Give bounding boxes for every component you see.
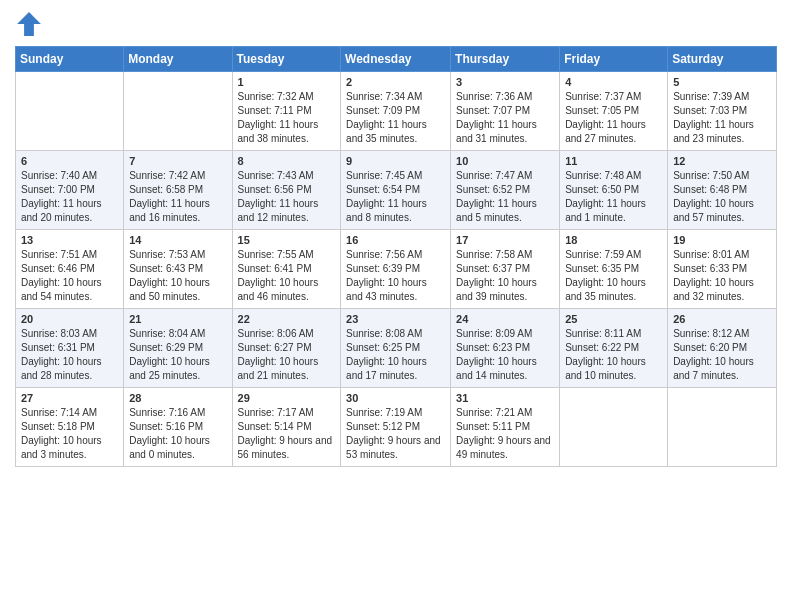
calendar-day-cell bbox=[16, 72, 124, 151]
day-number: 27 bbox=[21, 392, 118, 404]
weekday-header: Friday bbox=[560, 47, 668, 72]
day-number: 2 bbox=[346, 76, 445, 88]
weekday-header: Tuesday bbox=[232, 47, 341, 72]
calendar-day-cell: 12Sunrise: 7:50 AM Sunset: 6:48 PM Dayli… bbox=[668, 151, 777, 230]
day-info: Sunrise: 7:16 AM Sunset: 5:16 PM Dayligh… bbox=[129, 406, 226, 462]
day-info: Sunrise: 7:40 AM Sunset: 7:00 PM Dayligh… bbox=[21, 169, 118, 225]
calendar-day-cell: 4Sunrise: 7:37 AM Sunset: 7:05 PM Daylig… bbox=[560, 72, 668, 151]
calendar-day-cell: 22Sunrise: 8:06 AM Sunset: 6:27 PM Dayli… bbox=[232, 309, 341, 388]
day-number: 17 bbox=[456, 234, 554, 246]
day-info: Sunrise: 7:17 AM Sunset: 5:14 PM Dayligh… bbox=[238, 406, 336, 462]
calendar-week-row: 27Sunrise: 7:14 AM Sunset: 5:18 PM Dayli… bbox=[16, 388, 777, 467]
calendar-day-cell: 2Sunrise: 7:34 AM Sunset: 7:09 PM Daylig… bbox=[341, 72, 451, 151]
day-info: Sunrise: 7:37 AM Sunset: 7:05 PM Dayligh… bbox=[565, 90, 662, 146]
calendar-day-cell: 15Sunrise: 7:55 AM Sunset: 6:41 PM Dayli… bbox=[232, 230, 341, 309]
day-info: Sunrise: 7:36 AM Sunset: 7:07 PM Dayligh… bbox=[456, 90, 554, 146]
calendar-day-cell: 27Sunrise: 7:14 AM Sunset: 5:18 PM Dayli… bbox=[16, 388, 124, 467]
page-header bbox=[15, 10, 777, 38]
day-number: 24 bbox=[456, 313, 554, 325]
day-info: Sunrise: 8:12 AM Sunset: 6:20 PM Dayligh… bbox=[673, 327, 771, 383]
day-number: 29 bbox=[238, 392, 336, 404]
day-number: 22 bbox=[238, 313, 336, 325]
calendar-day-cell: 18Sunrise: 7:59 AM Sunset: 6:35 PM Dayli… bbox=[560, 230, 668, 309]
day-number: 10 bbox=[456, 155, 554, 167]
calendar-day-cell: 14Sunrise: 7:53 AM Sunset: 6:43 PM Dayli… bbox=[124, 230, 232, 309]
calendar-day-cell: 5Sunrise: 7:39 AM Sunset: 7:03 PM Daylig… bbox=[668, 72, 777, 151]
day-number: 11 bbox=[565, 155, 662, 167]
day-info: Sunrise: 7:56 AM Sunset: 6:39 PM Dayligh… bbox=[346, 248, 445, 304]
day-number: 7 bbox=[129, 155, 226, 167]
day-number: 15 bbox=[238, 234, 336, 246]
day-info: Sunrise: 7:19 AM Sunset: 5:12 PM Dayligh… bbox=[346, 406, 445, 462]
calendar-day-cell: 10Sunrise: 7:47 AM Sunset: 6:52 PM Dayli… bbox=[451, 151, 560, 230]
calendar-day-cell bbox=[560, 388, 668, 467]
day-number: 9 bbox=[346, 155, 445, 167]
day-info: Sunrise: 7:59 AM Sunset: 6:35 PM Dayligh… bbox=[565, 248, 662, 304]
day-info: Sunrise: 7:21 AM Sunset: 5:11 PM Dayligh… bbox=[456, 406, 554, 462]
day-number: 25 bbox=[565, 313, 662, 325]
day-info: Sunrise: 7:47 AM Sunset: 6:52 PM Dayligh… bbox=[456, 169, 554, 225]
weekday-header: Monday bbox=[124, 47, 232, 72]
calendar-day-cell: 17Sunrise: 7:58 AM Sunset: 6:37 PM Dayli… bbox=[451, 230, 560, 309]
calendar-day-cell: 26Sunrise: 8:12 AM Sunset: 6:20 PM Dayli… bbox=[668, 309, 777, 388]
day-number: 3 bbox=[456, 76, 554, 88]
day-number: 5 bbox=[673, 76, 771, 88]
weekday-header: Sunday bbox=[16, 47, 124, 72]
calendar-day-cell: 8Sunrise: 7:43 AM Sunset: 6:56 PM Daylig… bbox=[232, 151, 341, 230]
day-info: Sunrise: 7:45 AM Sunset: 6:54 PM Dayligh… bbox=[346, 169, 445, 225]
day-info: Sunrise: 8:09 AM Sunset: 6:23 PM Dayligh… bbox=[456, 327, 554, 383]
calendar-day-cell: 13Sunrise: 7:51 AM Sunset: 6:46 PM Dayli… bbox=[16, 230, 124, 309]
day-number: 16 bbox=[346, 234, 445, 246]
day-number: 8 bbox=[238, 155, 336, 167]
logo bbox=[15, 10, 47, 38]
calendar-day-cell: 24Sunrise: 8:09 AM Sunset: 6:23 PM Dayli… bbox=[451, 309, 560, 388]
weekday-header-row: SundayMondayTuesdayWednesdayThursdayFrid… bbox=[16, 47, 777, 72]
day-number: 19 bbox=[673, 234, 771, 246]
day-info: Sunrise: 7:34 AM Sunset: 7:09 PM Dayligh… bbox=[346, 90, 445, 146]
day-info: Sunrise: 7:14 AM Sunset: 5:18 PM Dayligh… bbox=[21, 406, 118, 462]
day-number: 14 bbox=[129, 234, 226, 246]
day-number: 30 bbox=[346, 392, 445, 404]
day-info: Sunrise: 7:48 AM Sunset: 6:50 PM Dayligh… bbox=[565, 169, 662, 225]
calendar-day-cell: 6Sunrise: 7:40 AM Sunset: 7:00 PM Daylig… bbox=[16, 151, 124, 230]
day-number: 1 bbox=[238, 76, 336, 88]
calendar-day-cell: 30Sunrise: 7:19 AM Sunset: 5:12 PM Dayli… bbox=[341, 388, 451, 467]
day-info: Sunrise: 7:53 AM Sunset: 6:43 PM Dayligh… bbox=[129, 248, 226, 304]
day-number: 18 bbox=[565, 234, 662, 246]
weekday-header: Saturday bbox=[668, 47, 777, 72]
day-info: Sunrise: 8:06 AM Sunset: 6:27 PM Dayligh… bbox=[238, 327, 336, 383]
day-info: Sunrise: 8:01 AM Sunset: 6:33 PM Dayligh… bbox=[673, 248, 771, 304]
calendar-day-cell: 25Sunrise: 8:11 AM Sunset: 6:22 PM Dayli… bbox=[560, 309, 668, 388]
day-number: 21 bbox=[129, 313, 226, 325]
calendar-day-cell: 16Sunrise: 7:56 AM Sunset: 6:39 PM Dayli… bbox=[341, 230, 451, 309]
day-info: Sunrise: 8:03 AM Sunset: 6:31 PM Dayligh… bbox=[21, 327, 118, 383]
logo-icon bbox=[15, 10, 43, 38]
day-info: Sunrise: 7:55 AM Sunset: 6:41 PM Dayligh… bbox=[238, 248, 336, 304]
svg-marker-0 bbox=[17, 12, 41, 36]
calendar-day-cell: 20Sunrise: 8:03 AM Sunset: 6:31 PM Dayli… bbox=[16, 309, 124, 388]
calendar-day-cell: 11Sunrise: 7:48 AM Sunset: 6:50 PM Dayli… bbox=[560, 151, 668, 230]
day-info: Sunrise: 7:58 AM Sunset: 6:37 PM Dayligh… bbox=[456, 248, 554, 304]
calendar-day-cell: 9Sunrise: 7:45 AM Sunset: 6:54 PM Daylig… bbox=[341, 151, 451, 230]
day-info: Sunrise: 7:51 AM Sunset: 6:46 PM Dayligh… bbox=[21, 248, 118, 304]
calendar-day-cell: 23Sunrise: 8:08 AM Sunset: 6:25 PM Dayli… bbox=[341, 309, 451, 388]
calendar-day-cell bbox=[124, 72, 232, 151]
day-info: Sunrise: 8:08 AM Sunset: 6:25 PM Dayligh… bbox=[346, 327, 445, 383]
calendar-day-cell bbox=[668, 388, 777, 467]
calendar-day-cell: 1Sunrise: 7:32 AM Sunset: 7:11 PM Daylig… bbox=[232, 72, 341, 151]
day-number: 31 bbox=[456, 392, 554, 404]
day-number: 13 bbox=[21, 234, 118, 246]
calendar-day-cell: 3Sunrise: 7:36 AM Sunset: 7:07 PM Daylig… bbox=[451, 72, 560, 151]
calendar-week-row: 1Sunrise: 7:32 AM Sunset: 7:11 PM Daylig… bbox=[16, 72, 777, 151]
weekday-header: Thursday bbox=[451, 47, 560, 72]
day-info: Sunrise: 7:50 AM Sunset: 6:48 PM Dayligh… bbox=[673, 169, 771, 225]
day-number: 4 bbox=[565, 76, 662, 88]
calendar-week-row: 6Sunrise: 7:40 AM Sunset: 7:00 PM Daylig… bbox=[16, 151, 777, 230]
day-number: 26 bbox=[673, 313, 771, 325]
weekday-header: Wednesday bbox=[341, 47, 451, 72]
calendar-table: SundayMondayTuesdayWednesdayThursdayFrid… bbox=[15, 46, 777, 467]
calendar-week-row: 13Sunrise: 7:51 AM Sunset: 6:46 PM Dayli… bbox=[16, 230, 777, 309]
day-number: 6 bbox=[21, 155, 118, 167]
day-info: Sunrise: 7:32 AM Sunset: 7:11 PM Dayligh… bbox=[238, 90, 336, 146]
day-number: 28 bbox=[129, 392, 226, 404]
